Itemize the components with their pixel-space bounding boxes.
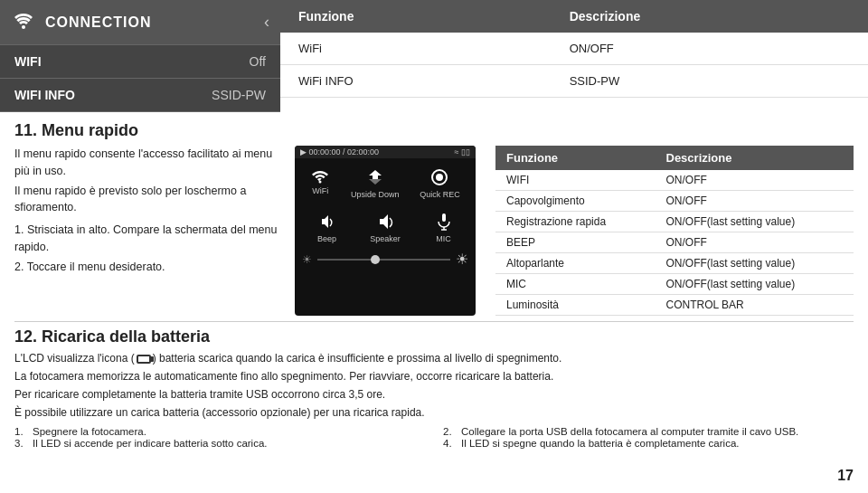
cam-mic-icon[interactable]: MIC bbox=[434, 212, 454, 243]
second-table-desc: ON/OFF(last setting value) bbox=[656, 212, 854, 232]
cam-speaker-icon[interactable]: Speaker bbox=[370, 212, 401, 243]
cam-wifi-icon[interactable]: WiFi bbox=[310, 167, 330, 199]
second-table-col1: Funzione bbox=[495, 146, 656, 170]
section11-para2: Il menu rapido è previsto solo per losch… bbox=[14, 183, 286, 217]
camera-icons-row: WiFi Upside Down bbox=[295, 158, 476, 203]
main-content: 11. Menu rapido Il menu rapido consente … bbox=[0, 112, 868, 454]
sun-icon-large: ☀ bbox=[456, 251, 468, 268]
cam-beep-icon[interactable]: Beep bbox=[316, 212, 336, 243]
camera-topbar: ▶ 00:00:00 / 02:00:00 ≈ ▯▯ bbox=[295, 146, 476, 158]
top-table-row1-desc: SSID-PW bbox=[552, 65, 868, 98]
cam-upsidedown-icon[interactable]: Upside Down bbox=[351, 167, 400, 199]
svg-rect-4 bbox=[442, 213, 446, 222]
list-item: 3.Il LED si accende per indicare batteri… bbox=[14, 438, 425, 449]
second-table-func: Luminosità bbox=[495, 295, 656, 316]
cam-mic-label: MIC bbox=[436, 234, 451, 243]
camera-status-icons: ≈ ▯▯ bbox=[455, 147, 470, 156]
second-table-func: Capovolgimento bbox=[495, 191, 656, 212]
list-item: 1.Spegnere la fotocamera. bbox=[14, 426, 425, 437]
second-table: Funzione Descrizione WIFION/OFFCapovolgi… bbox=[485, 146, 854, 316]
sidebar-wifi-label: WIFI bbox=[14, 54, 42, 69]
cam-rec-label: Quick REC bbox=[420, 190, 460, 199]
second-table-desc: ON/OFF(last setting value) bbox=[656, 253, 854, 274]
list-text: Il LED si accende per indicare batteria … bbox=[33, 438, 268, 449]
list-num: 4. bbox=[443, 438, 458, 449]
sidebar-wifiinfo-value: SSID-PW bbox=[212, 88, 266, 102]
table-row: Registrazione rapidaON/OFF(last setting … bbox=[495, 212, 854, 232]
sidebar: CONNECTION ‹ WIFI Off WIFI INFO SSID-PW bbox=[0, 0, 280, 112]
list-item: 4.Il LED si spegne quando la batteria è … bbox=[443, 438, 854, 449]
list-num: 2. bbox=[443, 426, 458, 437]
top-table-row0-desc: ON/OFF bbox=[552, 33, 868, 65]
section11-list0: 1. Strisciata in alto. Compare la scherm… bbox=[14, 222, 286, 256]
cam-upsidedown-label: Upside Down bbox=[351, 190, 400, 199]
svg-point-3 bbox=[436, 174, 443, 181]
sidebar-wifi-row[interactable]: WIFI Off bbox=[0, 45, 280, 79]
top-table: Funzione Descrizione WiFi ON/OFF WiFi IN… bbox=[280, 0, 868, 112]
svg-point-0 bbox=[22, 25, 25, 29]
second-table-func: Altoparlante bbox=[495, 253, 656, 274]
cam-rec-icon[interactable]: Quick REC bbox=[420, 167, 460, 199]
section12-title: 12. Ricarica della batteria bbox=[14, 327, 854, 346]
table-row: WiFi ON/OFF bbox=[280, 33, 868, 65]
slider-track[interactable] bbox=[317, 259, 450, 261]
table-row: AltoparlanteON/OFF(last setting value) bbox=[495, 253, 854, 274]
cam-speaker-label: Speaker bbox=[370, 234, 401, 243]
top-table-col1: Funzione bbox=[280, 0, 552, 33]
second-table-desc: CONTROL BAR bbox=[656, 295, 854, 316]
sidebar-header: CONNECTION ‹ bbox=[0, 0, 280, 45]
table-row: WiFi INFO SSID-PW bbox=[280, 65, 868, 98]
list-text: Collegare la porta USB della fotocamera … bbox=[461, 426, 798, 437]
section12-list: 1.Spegnere la fotocamera.2.Collegare la … bbox=[14, 426, 854, 449]
cam-wifi-label: WiFi bbox=[312, 186, 328, 195]
svg-point-1 bbox=[319, 181, 322, 184]
table-row: WIFION/OFF bbox=[495, 170, 854, 191]
second-table-func: Registrazione rapida bbox=[495, 212, 656, 232]
sidebar-arrow[interactable]: ‹ bbox=[264, 13, 269, 32]
top-table-row1-func: WiFi INFO bbox=[280, 65, 552, 98]
section12-para2: La fotocamera memorizza le automaticamen… bbox=[14, 368, 854, 384]
second-table-func: MIC bbox=[495, 274, 656, 295]
second-table-desc: ON/OFF bbox=[656, 232, 854, 253]
section11-list1: 2. Toccare il menu desiderato. bbox=[14, 259, 286, 276]
cam-beep-label: Beep bbox=[317, 234, 336, 243]
list-text: Il LED si spegne quando la batteria è co… bbox=[461, 438, 740, 449]
list-num: 1. bbox=[14, 426, 29, 437]
list-num: 3. bbox=[14, 438, 29, 449]
second-table-desc: ON/OFF bbox=[656, 170, 854, 191]
second-table-func: BEEP bbox=[495, 232, 656, 253]
camera-timecode: ▶ 00:00:00 / 02:00:00 bbox=[300, 147, 379, 156]
sun-icon-small: ☀ bbox=[302, 253, 312, 266]
sidebar-wifiinfo-label: WIFI INFO bbox=[14, 88, 75, 102]
section11-title: 11. Menu rapido bbox=[14, 121, 854, 140]
top-table-row0-func: WiFi bbox=[280, 33, 552, 65]
section12-para4: È possibile utilizzare un carica batteri… bbox=[14, 404, 854, 421]
second-table-col2: Descrizione bbox=[656, 146, 854, 170]
table-row: LuminositàCONTROL BAR bbox=[495, 295, 854, 316]
sidebar-wifiinfo-row[interactable]: WIFI INFO SSID-PW bbox=[0, 79, 280, 112]
table-row: BEEPON/OFF bbox=[495, 232, 854, 253]
second-table-func: WIFI bbox=[495, 170, 656, 191]
page-number: 17 bbox=[837, 468, 854, 484]
list-text: Spegnere la fotocamera. bbox=[33, 426, 146, 437]
second-table-desc: ON/OFF bbox=[656, 191, 854, 212]
sidebar-wifi-value: Off bbox=[250, 54, 266, 69]
table-row: MICON/OFF(last setting value) bbox=[495, 274, 854, 295]
section12-para1: L'LCD visualizza l'icona () batteria sca… bbox=[14, 350, 854, 366]
top-table-col2: Descrizione bbox=[552, 0, 868, 33]
second-table-desc: ON/OFF(last setting value) bbox=[656, 274, 854, 295]
section12-para3: Per ricaricare completamente la batteria… bbox=[14, 386, 854, 403]
list-item: 2.Collegare la porta USB della fotocamer… bbox=[443, 426, 854, 437]
brightness-slider[interactable]: ☀ ☀ bbox=[295, 247, 476, 275]
section11-para1: Il menu rapido consente l'accesso facili… bbox=[14, 146, 286, 180]
connection-icon bbox=[11, 10, 36, 35]
camera-icons-row2: Beep Speaker bbox=[295, 203, 476, 247]
sidebar-title: CONNECTION bbox=[45, 14, 264, 31]
battery-icon bbox=[137, 355, 151, 364]
table-row: CapovolgimentoON/OFF bbox=[495, 191, 854, 212]
